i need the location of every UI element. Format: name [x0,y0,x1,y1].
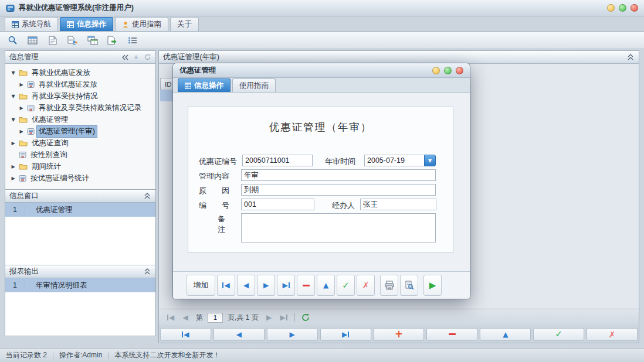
collapse-up-icon[interactable] [626,53,635,62]
tab-about[interactable]: 关于 [170,17,199,31]
minimize-button[interactable] [607,4,615,12]
folder-icon [19,116,28,123]
expander-down-icon[interactable]: ▼ [10,94,16,99]
next-page-button[interactable]: ▶ [263,312,275,323]
first-icon: ◀ [167,314,174,321]
refresh-icon[interactable] [143,53,151,62]
next-button[interactable]: ▶ [257,275,275,296]
cross-button[interactable]: ✗ [357,275,375,296]
expander-right-icon[interactable]: ▶ [10,164,16,169]
add-button[interactable]: 增加 [187,275,215,296]
window-title: 再就业优惠证管理系统(非注册用户) [19,3,134,13]
minus-button[interactable] [297,275,315,296]
page-input[interactable] [208,313,223,323]
last-icon: ▶ [280,314,287,321]
tree-item[interactable]: ▶期间统计 [5,160,155,172]
check-button[interactable]: ✓ [337,275,355,296]
check-button[interactable]: ✓ [533,328,584,341]
tree-item[interactable]: ▼优惠证管理 [5,114,155,125]
content-input[interactable] [241,169,436,181]
plus-button[interactable]: + [374,328,425,341]
search-toolbar-button[interactable] [5,33,21,47]
list-item-label: 年审情况明细表 [25,281,87,291]
expander-right-icon[interactable]: ▶ [10,176,16,181]
collapse-up-icon[interactable] [143,192,151,200]
tab-guide[interactable]: 使用指南 [115,17,168,31]
up-button[interactable]: ▲ [480,328,531,341]
refresh-icon [301,313,310,322]
tab-info-ops[interactable]: 信息操作 [60,17,113,31]
last-button[interactable]: ▶ [277,275,295,296]
minus-button[interactable] [426,328,477,341]
tree-item[interactable]: ▶再就业及享受扶持政策情况记录 [5,102,155,114]
list-item-index: 1 [5,281,25,289]
tree-item[interactable]: ▶优惠证管理(年审) [5,125,155,137]
next-button[interactable]: ▶ [267,328,318,341]
dialog-maximize-button[interactable] [444,67,452,74]
collapse-up-icon[interactable] [143,268,151,276]
first-button[interactable]: ◀ [160,328,211,341]
close-button[interactable] [631,4,638,12]
folder-icon [19,139,28,146]
table-toolbar-button[interactable] [25,33,40,47]
print-button[interactable] [380,275,398,296]
cert-no-input[interactable] [242,155,313,166]
expander-right-icon[interactable]: ▶ [10,141,16,146]
maximize-button[interactable] [619,4,626,12]
document-export-toolbar-button[interactable] [104,33,120,47]
tab-label: 信息操作 [77,19,106,29]
expander-down-icon[interactable]: ▼ [10,117,16,122]
next-icon: ▶ [263,282,269,289]
tree-item[interactable]: ▼再就业享受扶持情况 [5,90,155,102]
expander-right-icon[interactable]: ▶ [18,105,25,111]
dialog-minimize-button[interactable] [432,67,440,74]
number-label: 编 号 [199,200,229,211]
last-page-button[interactable]: ▶ [278,312,290,323]
prev-page-button[interactable]: ◀ [179,312,191,323]
collapse-left-icon[interactable] [121,53,129,62]
tab-system-nav[interactable]: 系统导航 [5,17,58,31]
first-button[interactable]: ◀ [217,275,235,296]
remark-label: 备 注 [218,214,225,234]
cross-button[interactable]: ✗ [587,328,638,341]
preview-button[interactable] [400,275,418,296]
form-icon [27,128,35,135]
tables-toolbar-button[interactable] [84,33,100,47]
tree-item[interactable]: 按性别查询 [5,149,155,160]
tree-item[interactable]: ▶优惠证查询 [5,137,155,149]
form-icon [27,104,35,112]
tree-item-label: 再就业享受扶持情况 [30,91,100,102]
expander-right-icon[interactable]: ▶ [18,82,25,87]
play-button[interactable]: ▶ [423,275,442,296]
dialog-close-button[interactable] [456,67,463,74]
dialog-tab-info-ops[interactable]: 信息操作 [178,78,231,92]
up-button[interactable]: ▲ [317,275,335,296]
expander-right-icon[interactable]: ▶ [18,129,25,134]
cert-mgmt-dialog: 优惠证管理 信息操作 使用指南 优惠证管理（年审） 优惠证编号 年审时间 ▼ 管… [173,63,470,299]
document-toolbar-button[interactable] [45,33,60,47]
tree-item[interactable]: ▶再就业优惠证发放 [5,78,155,90]
chevron-down-icon[interactable]: ▼ [424,155,436,166]
preview-icon [405,281,414,290]
tree-item[interactable]: ▶按优惠证编号统计 [5,172,155,184]
document-users-toolbar-button[interactable] [65,33,80,47]
review-time-input[interactable] [364,155,424,166]
remark-textarea[interactable] [241,213,436,243]
last-button[interactable]: ▶ [320,328,371,341]
add-icon[interactable]: + [132,53,140,62]
number-input[interactable] [241,199,314,210]
prev-button[interactable]: ◀ [237,275,255,296]
first-page-button[interactable]: ◀ [165,312,177,323]
reason-input[interactable] [241,184,436,196]
tab-label: 使用指南 [239,81,269,91]
dialog-tab-guide[interactable]: 使用指南 [232,78,276,92]
tree-item[interactable]: ▼再就业优惠证发放 [5,67,155,78]
list-item[interactable]: 1优惠证管理 [5,203,155,217]
info-window-list: 1优惠证管理 [5,203,155,265]
prev-button[interactable]: ◀ [213,328,265,341]
list-toolbar-button[interactable] [124,33,140,47]
expander-down-icon[interactable]: ▼ [10,70,16,76]
list-item[interactable]: 1年审情况明细表 [5,278,155,293]
handler-input[interactable] [360,199,436,210]
refresh-page-button[interactable] [300,312,311,323]
